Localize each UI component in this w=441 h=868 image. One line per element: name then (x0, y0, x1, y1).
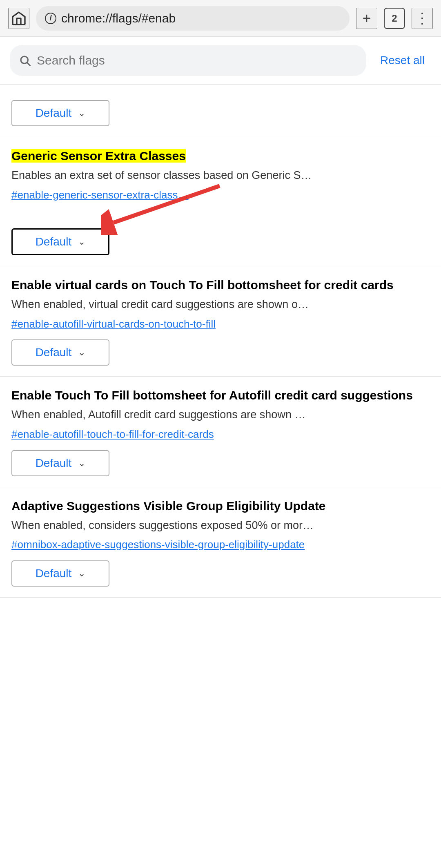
red-arrow (101, 182, 232, 235)
flag-title-generic-sensor: Generic Sensor Extra Classes (11, 148, 430, 164)
address-bar[interactable]: i chrome://flags/#enab (36, 6, 350, 31)
home-button[interactable] (8, 8, 29, 29)
dropdown-generic-sensor[interactable]: Default ⌄ (11, 228, 109, 255)
dropdown-first[interactable]: Default ⌄ (11, 100, 109, 126)
chevron-down-icon: ⌄ (78, 237, 85, 247)
flag-title-touch-to-fill: Enable Touch To Fill bottomsheet for Aut… (11, 387, 430, 403)
flag-desc-touch-to-fill: When enabled, Autofill credit card sugge… (11, 407, 430, 423)
top-bar: i chrome://flags/#enab + 2 ⋮ (0, 0, 441, 37)
tab-count-button[interactable]: 2 (384, 8, 405, 29)
flag-desc-adaptive-suggestions: When enabled, considers suggestions expo… (11, 518, 430, 533)
search-icon (19, 54, 31, 67)
more-button[interactable]: ⋮ (412, 8, 433, 29)
search-input[interactable] (37, 54, 357, 67)
flag-item-adaptive-suggestions: Adaptive Suggestions Visible Group Eligi… (0, 487, 441, 598)
flag-item-touch-to-fill: Enable Touch To Fill bottomsheet for Aut… (0, 377, 441, 487)
chevron-down-icon: ⌄ (78, 568, 85, 579)
svg-line-1 (27, 63, 30, 66)
flag-desc-generic-sensor: Enables an extra set of sensor classes b… (11, 168, 430, 183)
search-input-wrap[interactable] (10, 45, 366, 76)
flag-link-adaptive-suggestions[interactable]: #omnibox-adaptive-suggestions-visible-gr… (11, 537, 430, 552)
flag-item-generic-sensor: Generic Sensor Extra Classes Enables an … (0, 137, 441, 266)
dropdown-touch-to-fill[interactable]: Default ⌄ (11, 450, 109, 476)
chevron-down-icon: ⌄ (78, 347, 85, 358)
home-icon (11, 10, 27, 27)
chevron-down-icon: ⌄ (78, 108, 85, 118)
flag-item-virtual-cards: Enable virtual cards on Touch To Fill bo… (0, 266, 441, 377)
chevron-down-icon: ⌄ (78, 458, 85, 469)
flags-content: Default ⌄ Generic Sensor Extra Classes E… (0, 89, 441, 598)
new-tab-button[interactable]: + (356, 8, 377, 29)
flag-title-adaptive-suggestions: Adaptive Suggestions Visible Group Eligi… (11, 498, 430, 514)
reset-all-button[interactable]: Reset all (374, 50, 431, 71)
flag-desc-virtual-cards: When enabled, virtual credit card sugges… (11, 297, 430, 312)
flag-link-touch-to-fill[interactable]: #enable-autofill-touch-to-fill-for-credi… (11, 427, 430, 442)
flag-title-virtual-cards: Enable virtual cards on Touch To Fill bo… (11, 277, 430, 293)
flag-item-first: Default ⌄ (0, 89, 441, 137)
dropdown-virtual-cards[interactable]: Default ⌄ (11, 339, 109, 366)
flag-link-virtual-cards[interactable]: #enable-autofill-virtual-cards-on-touch-… (11, 317, 430, 331)
dropdown-adaptive-suggestions[interactable]: Default ⌄ (11, 560, 109, 587)
search-bar-row: Reset all (0, 37, 441, 85)
svg-line-3 (114, 186, 220, 223)
address-text: chrome://flags/#enab (61, 11, 176, 25)
info-icon: i (45, 13, 56, 24)
